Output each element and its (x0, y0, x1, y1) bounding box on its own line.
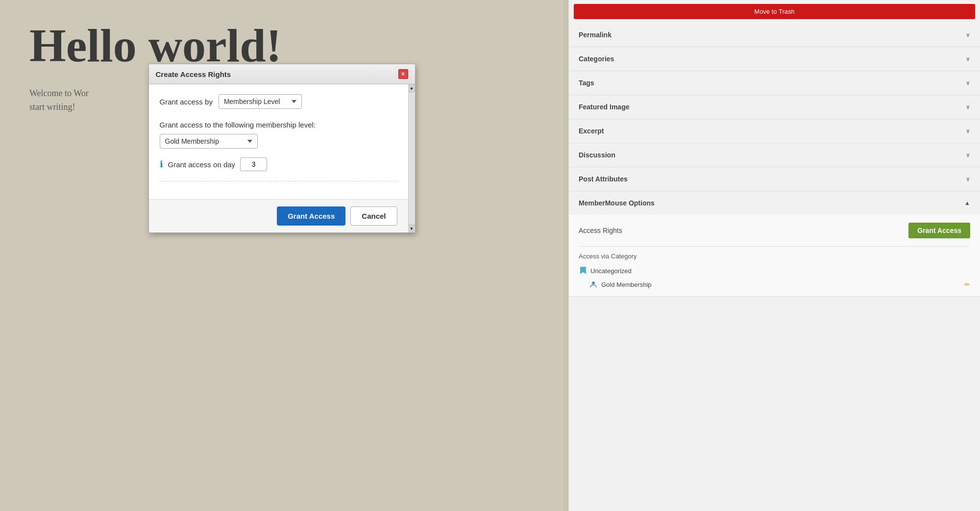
sidebar-item-excerpt: Excerpt ∨ (569, 119, 980, 143)
modal-divider (160, 181, 397, 181)
gold-membership-label: Gold Membership (601, 281, 652, 288)
svg-point-0 (592, 281, 595, 284)
grant-access-by-label: Grant access by (160, 98, 213, 106)
cancel-modal-button[interactable]: Cancel (350, 206, 397, 226)
sidebar-item-post-attributes-label: Post Attributes (579, 175, 628, 183)
membermouse-divider (579, 246, 970, 247)
sidebar-item-discussion-label: Discussion (579, 151, 615, 159)
main-content: Hello world! Welcome to Wor start writin… (0, 0, 564, 511)
sidebar-item-featured-image-label: Featured Image (579, 103, 629, 111)
info-icon: ℹ (160, 159, 163, 170)
sidebar-item-excerpt-header[interactable]: Excerpt ∨ (569, 119, 980, 143)
membermouse-body: Access Rights Grant Access Access via Ca… (569, 215, 980, 296)
sidebar-item-permalink: Permalink ∨ (569, 23, 980, 47)
move-to-trash-button[interactable]: Move to Trash (574, 4, 975, 19)
sidebar-item-discussion: Discussion ∨ (569, 143, 980, 167)
modal-dialog: Create Access Rights × Grant access by M… (148, 64, 416, 233)
sidebar-item-featured-image: Featured Image ∨ (569, 95, 980, 119)
scrollbar-up-button[interactable]: ▲ (408, 84, 415, 92)
sidebar-item-categories-label: Categories (579, 55, 614, 63)
grant-access-to-label: Grant access to the following membership… (160, 121, 397, 129)
category-uncategorized-item: Uncategorized (579, 265, 970, 277)
access-via-category-label: Access via Category (579, 253, 970, 260)
sidebar-item-categories-header[interactable]: Categories ∨ (569, 47, 980, 71)
access-rights-row: Access Rights Grant Access (579, 223, 970, 238)
grant-access-by-row: Grant access by Membership Level Members… (160, 94, 397, 109)
grant-access-day-label: Grant access on day (168, 160, 236, 169)
sidebar-item-categories: Categories ∨ (569, 47, 980, 71)
sidebar-item-permalink-label: Permalink (579, 31, 612, 39)
modal-body: Grant access by Membership Level Members… (149, 84, 408, 199)
grant-access-by-select[interactable]: Membership Level Membership Bundle Free … (219, 94, 302, 109)
chevron-down-icon: ∨ (966, 79, 970, 86)
grant-access-day-row: ℹ Grant access on day (160, 157, 397, 171)
sidebar-item-tags-header[interactable]: Tags ∨ (569, 71, 980, 95)
gold-membership-row: Gold Membership ✏ (579, 281, 970, 288)
modal-title: Create Access Rights (156, 70, 231, 78)
membermouse-label: MemberMouse Options (579, 199, 655, 207)
sidebar: Move to Trash Permalink ∨ Categories ∨ T… (568, 0, 980, 511)
chevron-down-icon: ∨ (966, 103, 970, 110)
sidebar-item-permalink-header[interactable]: Permalink ∨ (569, 23, 980, 47)
sidebar-item-tags-label: Tags (579, 79, 594, 87)
chevron-down-icon: ∨ (966, 176, 970, 182)
grant-access-modal-button[interactable]: Grant Access (277, 206, 345, 226)
sidebar-item-featured-image-header[interactable]: Featured Image ∨ (569, 95, 980, 119)
chevron-up-icon: ▲ (964, 200, 970, 206)
modal-footer: Grant Access Cancel (149, 199, 408, 232)
user-icon (589, 281, 597, 288)
chevron-down-icon: ∨ (966, 128, 970, 134)
day-input[interactable] (240, 157, 267, 171)
sidebar-item-post-attributes: Post Attributes ∨ (569, 167, 980, 191)
gold-membership-select[interactable]: Gold Membership Silver Membership Bronze… (160, 134, 258, 149)
sidebar-item-membermouse: MemberMouse Options ▲ Access Rights Gran… (569, 191, 980, 297)
sidebar-item-discussion-header[interactable]: Discussion ∨ (569, 143, 980, 167)
grant-access-sidebar-button[interactable]: Grant Access (908, 223, 970, 238)
chevron-down-icon: ∨ (966, 152, 970, 158)
modal-close-button[interactable]: × (398, 69, 408, 79)
chevron-down-icon: ∨ (966, 31, 970, 38)
modal-overlay: Create Access Rights × Grant access by M… (0, 0, 564, 511)
sidebar-item-post-attributes-header[interactable]: Post Attributes ∨ (569, 167, 980, 191)
modal-content: Grant access by Membership Level Members… (149, 84, 408, 232)
chevron-down-icon: ∨ (966, 55, 970, 62)
scrollbar-down-button[interactable]: ▼ (408, 225, 415, 232)
sidebar-item-excerpt-label: Excerpt (579, 127, 604, 135)
uncategorized-label: Uncategorized (590, 267, 632, 275)
modal-scroll-container: Grant access by Membership Level Members… (149, 84, 415, 232)
modal-titlebar: Create Access Rights × (149, 64, 415, 84)
modal-scrollbar[interactable]: ▲ ▼ (408, 84, 415, 232)
sidebar-item-tags: Tags ∨ (569, 71, 980, 95)
bookmark-icon (579, 267, 587, 275)
membermouse-header[interactable]: MemberMouse Options ▲ (569, 191, 980, 215)
access-rights-label: Access Rights (579, 227, 622, 234)
edit-icon[interactable]: ✏ (964, 281, 970, 288)
